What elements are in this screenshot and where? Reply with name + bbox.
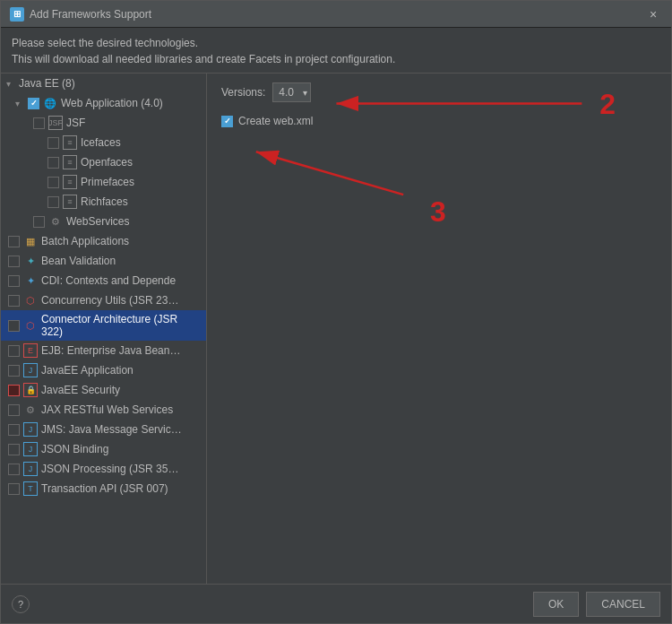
item-label: JMS: Java Message Servic… [41, 423, 182, 436]
batch-icon: ▦ [23, 234, 38, 248]
jms-icon: J [23, 422, 38, 437]
footer-left: ? [12, 595, 30, 613]
versions-row: Versions: 3.0 3.1 4.0 5.0 [221, 82, 657, 102]
main-content: ▾ Java EE (8) ▾ 🌐 Web Application (4.0) … [1, 74, 671, 584]
item-label: Icefaces [81, 136, 121, 149]
item-javaee-security[interactable]: 🔒 JavaEE Security [1, 380, 206, 400]
item-label: Transaction API (JSR 007) [41, 482, 168, 495]
create-webxml-checkbox[interactable] [221, 116, 233, 127]
bean-icon: ✦ [23, 254, 38, 268]
item-webservices[interactable]: ⚙ WebServices [1, 212, 206, 231]
checkbox-primefaces[interactable] [47, 177, 59, 188]
checkbox-ejb[interactable] [8, 345, 20, 357]
group-label: Java EE (8) [19, 77, 75, 90]
checkbox-jsf[interactable] [33, 117, 45, 129]
item-ejb[interactable]: E EJB: Enterprise Java Bean… [1, 341, 206, 360]
checkbox-bean[interactable] [8, 256, 20, 267]
checkbox-json-binding[interactable] [8, 444, 20, 455]
primefaces-icon: ≡ [63, 175, 77, 189]
item-label: Openfaces [81, 156, 133, 169]
item-openfaces[interactable]: ≡ Openfaces [1, 152, 206, 172]
item-label: EJB: Enterprise Java Bean… [41, 344, 180, 357]
item-connector[interactable]: ⬡ Connector Architecture (JSR 322) [1, 310, 206, 341]
item-jms[interactable]: J JMS: Java Message Servic… [1, 420, 206, 439]
checkbox-richfaces[interactable] [47, 196, 59, 208]
versions-label: Versions: [221, 86, 265, 99]
create-webxml-row: Create web.xml [221, 115, 657, 127]
help-button[interactable]: ? [12, 595, 30, 613]
dialog-title: Add Frameworks Support [30, 8, 151, 21]
item-batch[interactable]: ▦ Batch Applications [1, 231, 206, 251]
item-cdi[interactable]: ✦ CDI: Contexts and Depende [1, 271, 206, 290]
checkbox-icefaces[interactable] [47, 137, 59, 149]
description-line1: Please select the desired technologies. [12, 35, 660, 51]
footer: ? OK CANCEL [1, 584, 671, 623]
richfaces-icon: ≡ [63, 195, 77, 209]
item-label: Batch Applications [41, 235, 129, 247]
item-icefaces[interactable]: ≡ Icefaces [1, 133, 206, 152]
annotation-overlay: 2 3 [207, 74, 671, 584]
versions-select-wrapper[interactable]: 3.0 3.1 4.0 5.0 [272, 82, 311, 102]
checkbox-json-processing[interactable] [8, 464, 20, 475]
ok-button[interactable]: OK [533, 592, 579, 617]
description-line2: This will download all needed libraries … [12, 51, 660, 67]
checkbox-jms[interactable] [8, 424, 20, 436]
checkbox-openfaces[interactable] [47, 157, 59, 169]
expand-icon: ▾ [15, 99, 24, 108]
connector-icon: ⬡ [23, 318, 38, 333]
svg-text:3: 3 [430, 195, 446, 228]
versions-select[interactable]: 3.0 3.1 4.0 5.0 [272, 82, 311, 102]
checkbox-jax-rest[interactable] [8, 404, 20, 416]
item-label: JAX RESTful Web Services [41, 403, 173, 416]
item-label: JavaEE Security [41, 384, 120, 396]
item-label: JSF [66, 117, 85, 129]
item-json-binding[interactable]: J JSON Binding [1, 439, 206, 459]
cancel-button[interactable]: CANCEL [586, 592, 660, 617]
item-label: Concurrency Utils (JSR 23… [41, 294, 178, 307]
dialog-icon: ⊞ [10, 7, 24, 22]
jax-icon: ⚙ [23, 403, 38, 417]
svg-line-3 [256, 152, 403, 195]
checkbox-webservices[interactable] [33, 216, 45, 228]
openfaces-icon: ≡ [63, 155, 77, 169]
item-primefaces[interactable]: ≡ Primefaces [1, 172, 206, 192]
checkbox-concurrency[interactable] [8, 295, 20, 307]
javaee-app-icon: J [23, 363, 38, 377]
add-frameworks-dialog: ⊞ Add Frameworks Support × Please select… [0, 0, 672, 624]
item-web-application[interactable]: ▾ 🌐 Web Application (4.0) [1, 93, 206, 113]
json-binding-icon: J [23, 442, 38, 456]
checkbox-web-application[interactable] [28, 98, 39, 109]
title-bar-left: ⊞ Add Frameworks Support [10, 7, 151, 22]
item-richfaces[interactable]: ≡ Richfaces [1, 192, 206, 212]
group-header-javaee[interactable]: ▾ Java EE (8) [1, 74, 206, 93]
icefaces-icon: ≡ [63, 135, 77, 150]
item-label: JavaEE Application [41, 364, 134, 377]
checkbox-javaee-app[interactable] [8, 365, 20, 377]
item-label: CDI: Contexts and Depende [41, 274, 176, 287]
concurrency-icon: ⬡ [23, 293, 38, 308]
title-bar: ⊞ Add Frameworks Support × [1, 1, 671, 28]
close-button[interactable]: × [644, 5, 662, 23]
item-jax-rest[interactable]: ⚙ JAX RESTful Web Services [1, 400, 206, 420]
chevron-icon: ▾ [6, 79, 15, 89]
footer-right: OK CANCEL [533, 592, 660, 617]
transaction-icon: T [23, 481, 38, 496]
item-json-processing[interactable]: J JSON Processing (JSR 35… [1, 459, 206, 479]
left-panel: ▾ Java EE (8) ▾ 🌐 Web Application (4.0) … [1, 74, 207, 584]
item-javaee-app[interactable]: J JavaEE Application [1, 360, 206, 380]
checkbox-batch[interactable] [8, 236, 20, 247]
item-bean-validation[interactable]: ✦ Bean Validation [1, 251, 206, 271]
cdi-icon: ✦ [23, 273, 38, 288]
checkbox-cdi[interactable] [8, 275, 20, 287]
item-jsf[interactable]: JSF JSF [1, 113, 206, 133]
right-panel: Versions: 3.0 3.1 4.0 5.0 Create web.xml [207, 74, 671, 584]
item-transaction[interactable]: T Transaction API (JSR 007) [1, 479, 206, 498]
item-label: JSON Processing (JSR 35… [41, 463, 178, 475]
checkbox-connector[interactable] [8, 320, 20, 332]
item-concurrency[interactable]: ⬡ Concurrency Utils (JSR 23… [1, 290, 206, 310]
checkbox-javaee-security[interactable] [8, 385, 20, 396]
item-label: WebServices [66, 215, 129, 228]
web-icon: 🌐 [43, 96, 57, 110]
checkbox-transaction[interactable] [8, 483, 20, 495]
description-area: Please select the desired technologies. … [1, 28, 671, 74]
